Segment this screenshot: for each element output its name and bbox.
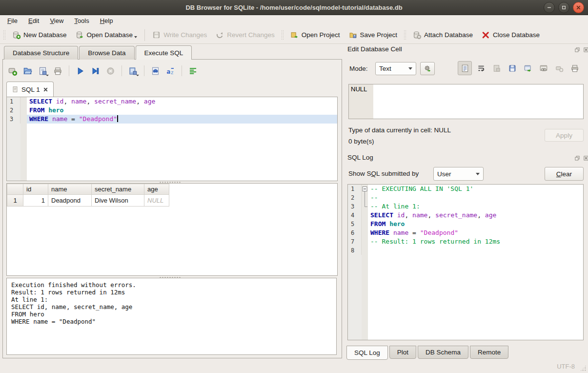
align-button[interactable] bbox=[186, 64, 200, 77]
line-number: 2 bbox=[7, 106, 20, 115]
code-text: WHERE name = "Deadpond" bbox=[368, 228, 583, 237]
column-header-secret-name[interactable]: secret_name bbox=[92, 184, 144, 195]
import-button[interactable] bbox=[490, 62, 503, 75]
revert-changes-button[interactable]: Revert Changes bbox=[211, 28, 279, 41]
remove-button[interactable] bbox=[552, 62, 566, 75]
open-database-button[interactable]: Open Database bbox=[71, 28, 142, 41]
fold-mid-icon[interactable] bbox=[362, 193, 368, 202]
cell-age[interactable]: NULL bbox=[144, 195, 169, 207]
close-log-button[interactable] bbox=[583, 155, 588, 162]
sql-editor[interactable]: 1SELECT id, name, secret_name, age2FROM … bbox=[6, 97, 338, 181]
menu-edit[interactable]: Edit bbox=[23, 16, 44, 26]
link-window-button[interactable] bbox=[537, 62, 550, 75]
minimize-button[interactable] bbox=[544, 2, 555, 13]
fold-end-icon[interactable] bbox=[362, 202, 368, 211]
menu-help[interactable]: Help bbox=[95, 16, 119, 26]
fold-margin bbox=[362, 228, 368, 237]
gear-run-icon bbox=[424, 64, 432, 73]
save-project-button[interactable]: Save Project bbox=[345, 28, 402, 41]
apply-button[interactable]: Apply bbox=[545, 129, 584, 142]
clear-button[interactable]: Clear bbox=[545, 167, 584, 181]
float-dock-button[interactable] bbox=[574, 46, 581, 53]
fold-start-icon[interactable] bbox=[362, 185, 368, 193]
chevron-down-icon bbox=[476, 173, 480, 175]
write-changes-button[interactable]: Write Changes bbox=[148, 28, 211, 41]
new-database-button[interactable]: New Database bbox=[8, 28, 71, 41]
word-wrap-button[interactable] bbox=[474, 62, 487, 75]
print-button[interactable] bbox=[568, 62, 581, 75]
resize-grip[interactable] bbox=[580, 365, 587, 372]
code-line: 1SELECT id, name, secret_name, age bbox=[7, 97, 337, 106]
results-table-container: idnamesecret_nameage 11DeadpondDive Wils… bbox=[6, 183, 338, 276]
project-open-icon bbox=[290, 31, 299, 39]
execute-line-button[interactable] bbox=[89, 64, 102, 77]
table-row[interactable]: 11DeadpondDive WilsonNULL bbox=[7, 195, 169, 207]
fold-margin bbox=[362, 246, 368, 255]
tab-db-schema[interactable]: DB Schema bbox=[418, 346, 468, 359]
execute-button[interactable] bbox=[74, 64, 87, 77]
print-button[interactable] bbox=[51, 64, 64, 77]
save-results-button[interactable] bbox=[126, 64, 140, 77]
sql-tab-bar: SQL 1 bbox=[6, 82, 54, 97]
column-header-id[interactable]: id bbox=[23, 184, 48, 195]
tab-browse-data[interactable]: Browse Data bbox=[79, 46, 134, 60]
text-doc-button[interactable] bbox=[458, 61, 472, 75]
close-database-button[interactable]: Close Database bbox=[477, 28, 544, 41]
code-line: 1-- EXECUTING ALL IN 'SQL 1' bbox=[348, 185, 583, 193]
sql-log-dock-buttons bbox=[574, 155, 588, 162]
save-as-button[interactable] bbox=[506, 62, 519, 75]
column-header-name[interactable]: name bbox=[48, 184, 92, 195]
close-button[interactable] bbox=[573, 2, 584, 13]
toolbar-button-label: Revert Changes bbox=[227, 31, 275, 39]
export-window-button[interactable] bbox=[521, 62, 534, 75]
app-window: DB Browser for SQLite - /home/user/code/… bbox=[0, 0, 588, 373]
results-table[interactable]: idnamesecret_nameage 11DeadpondDive Wils… bbox=[7, 184, 169, 207]
close-dock-button[interactable] bbox=[583, 46, 588, 53]
stop-button[interactable] bbox=[104, 64, 117, 77]
tab-remote[interactable]: Remote bbox=[470, 346, 508, 359]
save-file-button[interactable] bbox=[36, 64, 49, 77]
format-button[interactable]: az bbox=[164, 64, 177, 77]
execute-sql-panel: az SQL 1 1SELECT id, name, secret_name, … bbox=[2, 59, 342, 358]
sql-log-view[interactable]: 1-- EXECUTING ALL IN 'SQL 1'2--3-- At li… bbox=[347, 184, 584, 340]
toolbar-handle[interactable] bbox=[281, 30, 284, 41]
execution-status[interactable]: Execution finished without errors. Resul… bbox=[6, 278, 337, 355]
tab-plot[interactable]: Plot bbox=[389, 346, 416, 359]
tab-execute-sql[interactable]: Execute SQL bbox=[136, 45, 192, 60]
edit-cell-title: Edit Database Cell bbox=[347, 45, 402, 53]
tab-sql-log[interactable]: SQL Log bbox=[346, 346, 388, 360]
attach-database-button[interactable]: Attach Database bbox=[408, 28, 477, 41]
mode-combobox[interactable]: Text bbox=[375, 62, 416, 75]
text-cursor bbox=[117, 115, 118, 122]
cell-editor[interactable]: NULL bbox=[348, 84, 584, 119]
menu-file[interactable]: File bbox=[2, 16, 23, 26]
menu-tools[interactable]: Tools bbox=[69, 16, 94, 26]
find-button[interactable] bbox=[149, 64, 162, 77]
corner-header[interactable] bbox=[7, 184, 23, 195]
open-file-button[interactable] bbox=[21, 64, 34, 77]
log-filter-combobox[interactable]: User bbox=[433, 167, 484, 181]
tab-database-structure[interactable]: Database Structure bbox=[4, 46, 78, 60]
toolbar-sep bbox=[144, 29, 145, 41]
sql-tab[interactable]: SQL 1 bbox=[6, 82, 54, 97]
auto-apply-button[interactable] bbox=[420, 62, 435, 75]
cell-secret-name[interactable]: Dive Wilson bbox=[92, 195, 144, 207]
open-project-button[interactable]: Open Project bbox=[286, 28, 345, 41]
toolbar-handle[interactable] bbox=[404, 30, 406, 41]
column-header-age[interactable]: age bbox=[144, 184, 169, 195]
close-icon bbox=[575, 4, 582, 11]
maximize-button[interactable] bbox=[558, 2, 569, 13]
cell-type-info: Type of data currently in cell: NULL bbox=[348, 126, 451, 134]
toolbar-sep bbox=[122, 65, 122, 76]
cell-name[interactable]: Deadpond bbox=[48, 195, 92, 207]
toolbar-handle[interactable] bbox=[3, 30, 6, 41]
close-tab-icon[interactable] bbox=[43, 87, 48, 92]
tab-new-button[interactable] bbox=[6, 64, 19, 77]
titlebar[interactable]: DB Browser for SQLite - /home/user/code/… bbox=[0, 0, 588, 15]
float-log-button[interactable] bbox=[574, 155, 581, 162]
code-text bbox=[368, 246, 583, 255]
cell-id[interactable]: 1 bbox=[23, 195, 48, 207]
menu-view[interactable]: View bbox=[44, 16, 69, 26]
sql-log-title: SQL Log bbox=[347, 154, 373, 161]
row-header[interactable]: 1 bbox=[7, 195, 23, 207]
